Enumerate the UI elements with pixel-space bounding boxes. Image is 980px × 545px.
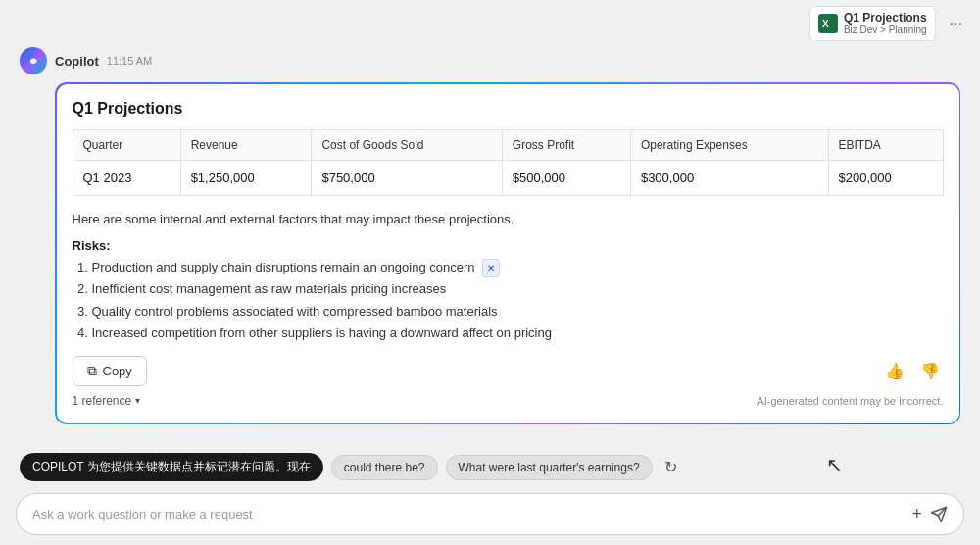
excel-badge[interactable]: X Q1 Projections Biz Dev > Planning xyxy=(809,6,936,41)
col-gross-profit: Gross Profit xyxy=(502,129,630,160)
highlighted-suggestion[interactable]: COPILOT 为您提供关键数据点并标记潜在问题。现在 xyxy=(20,453,323,481)
feedback-icons: 👍 👎 xyxy=(881,358,944,384)
col-cogs: Cost of Goods Sold xyxy=(312,129,502,160)
reference-link[interactable]: 1 reference ▾ xyxy=(73,394,141,408)
badge-text: Q1 Projections Biz Dev > Planning xyxy=(844,11,927,36)
col-quarter: Quarter xyxy=(73,129,180,160)
risk-1-text: Production and supply chain disruptions … xyxy=(92,260,475,274)
ai-disclaimer: AI-generated content may be incorrect. xyxy=(757,395,943,407)
reference-bar: 1 reference ▾ AI-generated content may b… xyxy=(73,394,944,408)
list-item: Inefficient cost management as raw mater… xyxy=(92,278,944,300)
send-button[interactable] xyxy=(930,506,948,523)
risks-section: Risks: Production and supply chain disru… xyxy=(73,238,944,343)
copilot-avatar xyxy=(20,47,47,74)
chat-area: Copilot 11:15 AM Q1 Projections Quarter … xyxy=(0,47,980,447)
add-button[interactable]: + xyxy=(911,504,922,524)
input-placeholder-text: Ask a work question or make a request xyxy=(32,507,253,521)
input-bar[interactable]: Ask a work question or make a request + xyxy=(16,493,964,535)
risks-title: Risks: xyxy=(73,238,944,253)
message-card: Q1 Projections Quarter Revenue Cost of G… xyxy=(57,84,959,423)
copy-icon: ⧉ xyxy=(87,363,97,379)
copy-button[interactable]: ⧉ Copy xyxy=(73,356,147,386)
input-actions: + xyxy=(911,504,948,524)
top-bar: X Q1 Projections Biz Dev > Planning ··· xyxy=(0,0,980,47)
cell-quarter: Q1 2023 xyxy=(73,160,180,195)
copilot-header: Copilot 11:15 AM xyxy=(20,47,960,74)
card-footer: ⧉ Copy 👍 👎 xyxy=(73,356,944,386)
copilot-name: Copilot xyxy=(55,54,99,69)
cell-op-expenses: $300,000 xyxy=(630,160,828,195)
svg-text:X: X xyxy=(822,19,829,29)
list-item: Production and supply chain disruptions … xyxy=(92,257,944,278)
message-time: 11:15 AM xyxy=(107,55,152,67)
thumbs-down-button[interactable]: 👎 xyxy=(916,358,944,384)
reference-label: 1 reference xyxy=(73,394,132,408)
projections-table: Quarter Revenue Cost of Goods Sold Gross… xyxy=(73,129,944,196)
table-header-row: Quarter Revenue Cost of Goods Sold Gross… xyxy=(73,129,943,160)
cell-gross-profit: $500,000 xyxy=(502,160,630,195)
list-item: Increased competition from other supplie… xyxy=(92,322,944,344)
cell-ebitda: $200,000 xyxy=(828,160,943,195)
message-card-wrapper: Q1 Projections Quarter Revenue Cost of G… xyxy=(55,82,960,424)
paragraph-text: Here are some internal and external fact… xyxy=(73,210,944,229)
refresh-button[interactable]: ↻ xyxy=(664,458,677,476)
cell-revenue: $1,250,000 xyxy=(180,160,312,195)
list-item: Quality control problems associated with… xyxy=(92,301,944,322)
more-button[interactable]: ··· xyxy=(944,13,968,34)
suggestion-chip-1[interactable]: could there be? xyxy=(331,455,438,480)
thumbs-up-button[interactable]: 👍 xyxy=(881,358,908,384)
card-title: Q1 Projections xyxy=(73,100,944,118)
col-op-expenses: Operating Expenses xyxy=(630,129,828,160)
badge-subtitle: Biz Dev > Planning xyxy=(844,25,927,36)
col-revenue: Revenue xyxy=(180,129,312,160)
col-ebitda: EBITDA xyxy=(828,129,943,160)
suggestion-chip-2[interactable]: What were last quarter's earnings? xyxy=(446,455,653,480)
badge-title: Q1 Projections xyxy=(844,11,927,25)
risks-list: Production and supply chain disruptions … xyxy=(73,257,944,343)
risk-tag: ✕ xyxy=(482,259,500,277)
table-row: Q1 2023 $1,250,000 $750,000 $500,000 $30… xyxy=(73,160,943,195)
copy-label: Copy xyxy=(103,364,132,378)
suggestion-bar: COPILOT 为您提供关键数据点并标记潜在问题。现在 could there … xyxy=(0,447,980,487)
cell-cogs: $750,000 xyxy=(312,160,502,195)
chevron-down-icon: ▾ xyxy=(135,395,140,406)
excel-icon: X xyxy=(818,14,838,33)
